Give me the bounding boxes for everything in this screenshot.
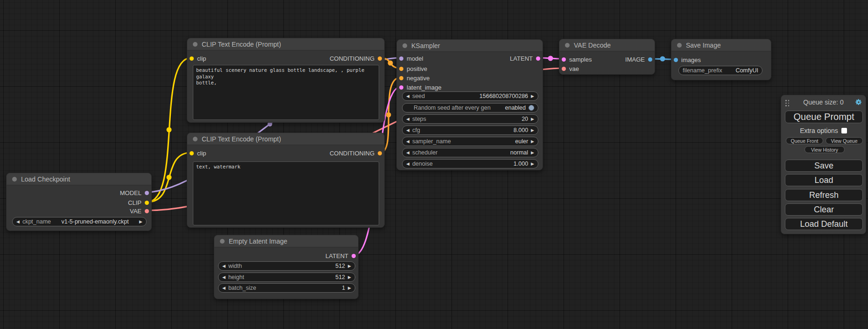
node-title-bar[interactable]: Empty Latent Image bbox=[214, 235, 358, 247]
increment-arrow-icon[interactable]: ▶ bbox=[531, 140, 534, 144]
collapse-dot-icon[interactable] bbox=[12, 177, 17, 182]
node-save-image[interactable]: Save Image images filename_prefix ComfyU… bbox=[671, 39, 771, 80]
view-history-button[interactable]: View History bbox=[804, 146, 845, 153]
output-slot-latent[interactable]: LATENT bbox=[510, 55, 540, 62]
batch-size-stepper[interactable]: ◀ batch_size 1 ▶ bbox=[218, 283, 355, 293]
node-title-bar[interactable]: Save Image bbox=[671, 39, 771, 51]
input-slot-vae[interactable]: vae bbox=[562, 65, 579, 72]
node-graph-canvas[interactable]: Load Checkpoint MODEL CLIP VAE ◀ ckpt_na… bbox=[0, 0, 868, 329]
vae-output-dot[interactable] bbox=[145, 209, 149, 213]
decrement-arrow-icon[interactable]: ◀ bbox=[222, 275, 226, 280]
clip-input-dot[interactable] bbox=[190, 151, 194, 155]
decrement-arrow-icon[interactable]: ◀ bbox=[406, 128, 409, 133]
model-input-dot[interactable] bbox=[399, 56, 403, 61]
clear-button[interactable]: Clear bbox=[785, 203, 863, 216]
increment-arrow-icon[interactable]: ▶ bbox=[348, 264, 351, 268]
node-title-bar[interactable]: VAE Decode bbox=[559, 39, 655, 51]
input-slot-clip[interactable]: clip bbox=[190, 149, 206, 157]
seed-stepper[interactable]: ◀ seed 156680208700286 ▶ bbox=[402, 91, 538, 101]
decrement-arrow-icon[interactable]: ◀ bbox=[222, 286, 226, 290]
output-slot-conditioning[interactable]: CONDITIONING bbox=[330, 55, 382, 62]
clip-input-dot[interactable] bbox=[190, 56, 194, 61]
height-stepper[interactable]: ◀ height 512 ▶ bbox=[218, 273, 355, 282]
node-title-bar[interactable]: CLIP Text Encode (Prompt) bbox=[187, 133, 384, 145]
increment-arrow-icon[interactable]: ▶ bbox=[531, 151, 534, 155]
output-slot-image[interactable]: IMAGE bbox=[625, 56, 652, 63]
negative-input-dot[interactable] bbox=[399, 76, 403, 80]
increment-arrow-icon[interactable]: ▶ bbox=[531, 128, 534, 133]
positive-input-dot[interactable] bbox=[399, 67, 403, 71]
conditioning-output-dot[interactable] bbox=[378, 151, 382, 155]
node-empty-latent-image[interactable]: Empty Latent Image LATENT ◀ width 512 ▶ … bbox=[214, 235, 359, 299]
images-input-dot[interactable] bbox=[674, 58, 678, 62]
load-button[interactable]: Load bbox=[785, 174, 863, 186]
output-slot-clip[interactable]: CLIP bbox=[128, 199, 149, 206]
node-ksampler[interactable]: KSampler model positive negative latent_… bbox=[396, 39, 543, 170]
increment-arrow-icon[interactable]: ▶ bbox=[348, 275, 351, 280]
ckpt-name-combo[interactable]: ◀ ckpt_name v1-5-pruned-emaonly.ckpt ▶ bbox=[12, 217, 147, 226]
decrement-arrow-icon[interactable]: ◀ bbox=[406, 117, 409, 121]
node-vae-decode[interactable]: VAE Decode samples vae IMAGE bbox=[559, 39, 655, 75]
toggle-enabled-dot[interactable] bbox=[529, 105, 534, 111]
input-slot-images[interactable]: images bbox=[674, 56, 701, 63]
increment-arrow-icon[interactable]: ▶ bbox=[139, 220, 142, 224]
input-slot-positive[interactable]: positive bbox=[399, 65, 427, 72]
node-load-checkpoint[interactable]: Load Checkpoint MODEL CLIP VAE ◀ ckpt_na… bbox=[6, 173, 152, 231]
collapse-dot-icon[interactable] bbox=[677, 43, 682, 48]
extra-options-checkbox[interactable] bbox=[841, 128, 847, 133]
scheduler-combo[interactable]: ◀ scheduler normal ▶ bbox=[402, 148, 538, 157]
latent-image-input-dot[interactable] bbox=[399, 85, 403, 90]
model-output-dot[interactable] bbox=[145, 191, 149, 195]
decrement-arrow-icon[interactable]: ◀ bbox=[406, 94, 409, 98]
decrement-arrow-icon[interactable]: ◀ bbox=[406, 151, 409, 155]
cfg-stepper[interactable]: ◀ cfg 8.000 ▶ bbox=[402, 126, 538, 135]
increment-arrow-icon[interactable]: ▶ bbox=[348, 286, 351, 290]
queue-prompt-button[interactable]: Queue Prompt bbox=[785, 111, 863, 123]
conditioning-output-dot[interactable] bbox=[378, 56, 382, 61]
denoise-stepper[interactable]: ◀ denoise 1.000 ▶ bbox=[402, 159, 538, 168]
decrement-arrow-icon[interactable]: ◀ bbox=[406, 162, 409, 166]
input-slot-samples[interactable]: samples bbox=[562, 56, 592, 63]
input-slot-latent-image[interactable]: latent_image bbox=[399, 84, 441, 91]
width-stepper[interactable]: ◀ width 512 ▶ bbox=[218, 261, 355, 271]
increment-arrow-icon[interactable]: ▶ bbox=[531, 117, 534, 121]
output-slot-model[interactable]: MODEL bbox=[120, 189, 149, 196]
latent-output-dot[interactable] bbox=[352, 254, 356, 258]
latent-output-dot[interactable] bbox=[536, 56, 540, 61]
clip-output-dot[interactable] bbox=[145, 201, 149, 205]
node-clip-text-encode-negative[interactable]: CLIP Text Encode (Prompt) clip CONDITION… bbox=[187, 133, 385, 228]
filename-prefix-field[interactable]: filename_prefix ComfyUI bbox=[678, 66, 762, 75]
decrement-arrow-icon[interactable]: ◀ bbox=[16, 220, 20, 224]
collapse-dot-icon[interactable] bbox=[565, 43, 570, 48]
node-clip-text-encode-positive[interactable]: CLIP Text Encode (Prompt) clip CONDITION… bbox=[187, 38, 385, 123]
queue-front-button[interactable]: Queue Front bbox=[786, 137, 823, 144]
increment-arrow-icon[interactable]: ▶ bbox=[531, 94, 534, 98]
refresh-button[interactable]: Refresh bbox=[785, 189, 863, 201]
input-slot-model[interactable]: model bbox=[399, 55, 423, 62]
drag-handle-icon[interactable] bbox=[785, 100, 790, 106]
increment-arrow-icon[interactable]: ▶ bbox=[531, 162, 534, 166]
load-default-button[interactable]: Load Default bbox=[785, 218, 863, 230]
node-title-bar[interactable]: Load Checkpoint bbox=[7, 173, 151, 185]
decrement-arrow-icon[interactable]: ◀ bbox=[222, 264, 226, 268]
node-title-bar[interactable]: KSampler bbox=[397, 40, 543, 52]
collapse-dot-icon[interactable] bbox=[402, 43, 407, 48]
gear-icon[interactable] bbox=[855, 98, 862, 106]
random-seed-toggle[interactable]: Random seed after every gen enabled bbox=[402, 103, 538, 112]
node-title-bar[interactable]: CLIP Text Encode (Prompt) bbox=[187, 38, 384, 50]
vae-input-dot[interactable] bbox=[562, 67, 566, 71]
output-slot-latent[interactable]: LATENT bbox=[325, 252, 356, 259]
output-slot-conditioning[interactable]: CONDITIONING bbox=[330, 149, 382, 157]
decrement-arrow-icon[interactable]: ◀ bbox=[406, 140, 409, 144]
prompt-textarea[interactable]: beautiful scenery nature glass bottle la… bbox=[193, 65, 379, 120]
input-slot-clip[interactable]: clip bbox=[190, 55, 206, 62]
steps-stepper[interactable]: ◀ steps 20 ▶ bbox=[402, 114, 538, 124]
collapse-dot-icon[interactable] bbox=[193, 137, 198, 141]
save-button[interactable]: Save bbox=[785, 160, 863, 172]
collapse-dot-icon[interactable] bbox=[193, 42, 198, 47]
sampler-name-combo[interactable]: ◀ sampler_name euler ▶ bbox=[402, 137, 538, 146]
view-queue-button[interactable]: View Queue bbox=[826, 137, 863, 144]
prompt-textarea[interactable]: text, watermark bbox=[193, 161, 379, 225]
output-slot-vae[interactable]: VAE bbox=[130, 207, 149, 215]
samples-input-dot[interactable] bbox=[562, 57, 566, 62]
